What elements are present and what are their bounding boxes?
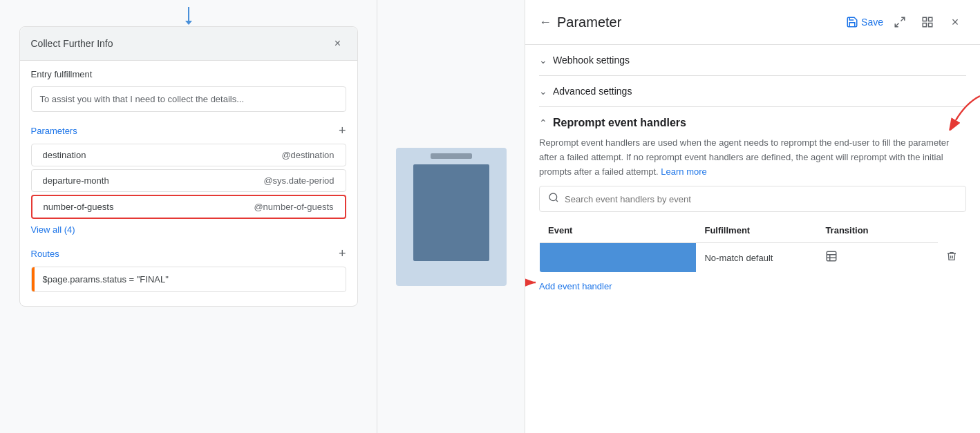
connector-top (188, 7, 189, 21)
param-name-departure-month: departure-month (43, 175, 109, 186)
reprompt-header: ⌃ Reprompt event handlers (539, 117, 966, 129)
arrow-annotation-1 (932, 89, 980, 131)
param-value-number-of-guests: @number-of-guests (254, 202, 333, 212)
reprompt-description: Reprompt event handlers are used when th… (539, 136, 966, 179)
search-box (539, 186, 966, 212)
route-row[interactable]: $page.params.status = "FINAL" (31, 267, 346, 292)
add-handler-label: Add event handler (539, 281, 612, 291)
param-value-destination: @destination (281, 150, 334, 160)
right-panel-title: Parameter (557, 15, 840, 30)
param-row-number-of-guests[interactable]: number-of-guests @number-of-guests (31, 195, 346, 219)
reprompt-section: ⌃ Reprompt event handlers Reprompt event… (539, 107, 966, 307)
add-parameter-button[interactable]: + (339, 124, 346, 137)
phone-top-bar (431, 153, 472, 159)
grid-button[interactable] (916, 11, 939, 33)
routes-header: Routes + (20, 243, 357, 264)
fulfillment-icon (825, 253, 838, 264)
route-text: $page.params.status = "FINAL" (35, 267, 177, 291)
svg-rect-9 (827, 252, 837, 262)
svg-rect-4 (923, 23, 926, 27)
param-name-number-of-guests: number-of-guests (44, 202, 114, 212)
entry-fulfillment-text[interactable]: To assist you with that I need to collec… (31, 86, 346, 112)
svg-rect-3 (929, 17, 932, 21)
param-row-destination[interactable]: destination @destination (31, 144, 346, 166)
card-close-button[interactable]: × (330, 35, 346, 52)
delete-row-button[interactable] (946, 251, 957, 264)
svg-rect-5 (929, 23, 932, 27)
parameters-header: Parameters + (20, 120, 357, 141)
param-value-departure-month: @sys.date-period (263, 175, 334, 186)
col-event: Event (540, 218, 697, 243)
left-panel: Collect Further Info × Entry fulfillment… (0, 0, 377, 433)
card-header: Collect Further Info × (20, 27, 357, 61)
expand-icon (894, 16, 906, 28)
routes-section: Routes + $page.params.status = "FINAL" (20, 243, 357, 292)
right-panel: ← Parameter Save (525, 0, 980, 433)
middle-panel (377, 0, 525, 433)
webhook-settings-title: Webhook settings (553, 55, 630, 66)
table-row[interactable]: No-match default (540, 243, 966, 273)
back-button[interactable]: ← (539, 15, 552, 30)
close-icon: × (952, 15, 959, 30)
add-event-handler-button[interactable]: Add event handler (539, 276, 612, 297)
learn-more-link[interactable]: Learn more (661, 166, 706, 177)
event-cell: No-match default (696, 243, 817, 273)
save-icon (846, 16, 858, 28)
back-icon: ← (539, 15, 552, 30)
row-accent-cell (540, 243, 697, 273)
routes-label: Routes (31, 249, 59, 259)
collect-further-info-card: Collect Further Info × Entry fulfillment… (19, 26, 358, 307)
fulfillment-cell[interactable] (817, 243, 938, 273)
col-fulfillment: Fulfillment (696, 218, 817, 243)
webhook-settings-header[interactable]: ⌄ Webhook settings (539, 55, 966, 66)
reprompt-chevron-icon: ⌃ (539, 117, 547, 128)
search-icon (548, 192, 559, 206)
expand-button[interactable] (889, 11, 911, 33)
grid-icon (921, 16, 934, 28)
svg-point-7 (549, 193, 557, 201)
right-panel-header: ← Parameter Save (525, 0, 980, 45)
reprompt-title: Reprompt event handlers (553, 117, 686, 129)
webhook-chevron-icon: ⌄ (539, 55, 547, 66)
advanced-settings-title: Advanced settings (553, 86, 632, 97)
advanced-settings-header[interactable]: ⌄ Advanced settings (539, 86, 966, 97)
parameters-label: Parameters (31, 126, 77, 136)
search-input[interactable] (565, 194, 957, 204)
svg-line-1 (895, 23, 898, 27)
save-button[interactable]: Save (846, 16, 883, 28)
webhook-settings-section: ⌄ Webhook settings (539, 45, 966, 76)
param-name-destination: destination (43, 150, 86, 160)
col-transition: Transition (817, 218, 938, 243)
view-all-link[interactable]: View all (4) (20, 222, 86, 238)
add-route-button[interactable]: + (339, 247, 346, 260)
right-content: ⌄ Webhook settings ⌄ Advanced settings ⌃… (525, 45, 980, 433)
phone-body (413, 164, 489, 261)
event-table: Event Fulfillment Transition No-match de… (539, 218, 966, 273)
phone-preview (396, 148, 507, 286)
close-button[interactable]: × (944, 11, 966, 33)
transition-cell (938, 243, 966, 273)
save-label: Save (861, 17, 883, 28)
right-panel-wrapper: ← Parameter Save (525, 0, 980, 433)
svg-rect-2 (923, 17, 926, 21)
card-title: Collect Further Info (31, 38, 113, 49)
advanced-settings-section: ⌄ Advanced settings (539, 76, 966, 107)
param-row-departure-month[interactable]: departure-month @sys.date-period (31, 169, 346, 192)
svg-line-8 (556, 200, 558, 202)
advanced-chevron-icon: ⌄ (539, 86, 547, 97)
svg-line-0 (901, 17, 905, 21)
arrow-annotation-2 (525, 269, 546, 296)
entry-fulfillment-label: Entry fulfillment (20, 61, 357, 84)
